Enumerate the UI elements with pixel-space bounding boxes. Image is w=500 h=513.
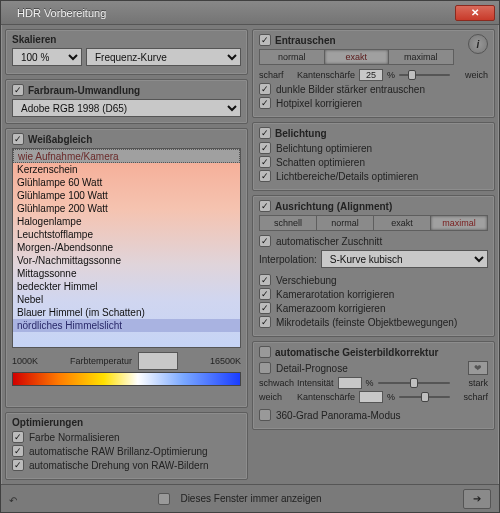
wb-list[interactable]: wie Aufnahme/Kamera Kerzenschein Glühlam… [12, 148, 241, 348]
detail-prognose-checkbox[interactable] [259, 362, 271, 374]
right-column: i Entrauschen normal exakt maximal schar… [252, 29, 495, 480]
align-fast-button[interactable]: schnell [259, 215, 317, 231]
edge-sharp-value[interactable]: 25 [359, 69, 383, 81]
align-checkbox[interactable] [259, 200, 271, 212]
exposure-heading: Belichtung [275, 128, 327, 139]
auto-crop-checkbox[interactable] [259, 235, 271, 247]
ghost-checkbox[interactable] [259, 346, 271, 358]
opt-color-norm-checkbox[interactable] [12, 431, 24, 443]
panel-whitebalance: Weißabgleich wie Aufnahme/Kamera Kerzens… [5, 128, 248, 408]
wb-item[interactable]: Vor-/Nachmittagssonne [13, 254, 240, 267]
kelvin-low: 1000K [12, 356, 38, 366]
panel-optimize: Optimierungen Farbe Normalisieren automa… [5, 412, 248, 480]
hdr-prep-dialog: HDR Vorbereitung ✕ Skalieren 100 % Frequ… [0, 0, 500, 513]
align-heading: Ausrichtung (Alignment) [275, 201, 392, 212]
panel-scale: Skalieren 100 % Frequenz-Kurve [5, 29, 248, 75]
exp-shadow-checkbox[interactable] [259, 156, 271, 168]
footer: ↶ Dieses Fenster immer anzeigen ➔ [1, 484, 499, 512]
pano-checkbox[interactable] [259, 409, 271, 421]
opt-raw-rotate-checkbox[interactable] [12, 459, 24, 471]
undo-icon: ↶ [9, 495, 17, 506]
left-column: Skalieren 100 % Frequenz-Kurve Farbraum-… [5, 29, 248, 480]
denoise-normal-button[interactable]: normal [259, 49, 325, 65]
undo-button[interactable]: ↶ [9, 490, 17, 508]
heart-icon: ❤ [474, 363, 482, 373]
align-rotation-checkbox[interactable] [259, 288, 271, 300]
align-normal-button[interactable]: normal [317, 215, 374, 231]
align-shift-checkbox[interactable] [259, 274, 271, 286]
denoise-dark-checkbox[interactable] [259, 83, 271, 95]
scale-dropdown[interactable]: 100 % [12, 48, 82, 66]
always-show-checkbox[interactable] [158, 493, 170, 505]
denoise-exact-button[interactable]: exakt [325, 49, 390, 65]
scale-heading: Skalieren [12, 34, 56, 45]
wb-item[interactable]: Glühlampe 200 Watt [13, 202, 240, 215]
detail-preview-button[interactable]: ❤ [468, 361, 488, 375]
panel-colorspace: Farbraum-Umwandlung Adobe RGB 1998 (D65) [5, 79, 248, 124]
denoise-checkbox[interactable] [259, 34, 271, 46]
content: Skalieren 100 % Frequenz-Kurve Farbraum-… [1, 25, 499, 484]
wb-item[interactable]: wie Aufnahme/Kamera [13, 149, 240, 163]
align-zoom-checkbox[interactable] [259, 302, 271, 314]
close-icon: ✕ [471, 7, 479, 18]
ghost-intensity-value[interactable] [338, 377, 362, 389]
align-exact-button[interactable]: exakt [374, 215, 431, 231]
wb-item[interactable]: Kerzenschein [13, 163, 240, 176]
panel-exposure: Belichtung Belichtung optimieren Schatte… [252, 122, 495, 191]
temp-label: Farbtemperatur [70, 356, 132, 366]
wb-heading: Weißabgleich [28, 134, 92, 145]
exposure-checkbox[interactable] [259, 127, 271, 139]
panel-ghost: automatische Geisterbildkorrektur Detail… [252, 341, 495, 430]
wb-item[interactable]: Nebel [13, 293, 240, 306]
opt-heading: Optimierungen [12, 417, 83, 428]
always-show-label: Dieses Fenster immer anzeigen [180, 493, 321, 504]
align-micro-checkbox[interactable] [259, 316, 271, 328]
wb-item[interactable]: Halogenlampe [13, 215, 240, 228]
ghost-heading: automatische Geisterbildkorrektur [275, 347, 438, 358]
wb-item[interactable]: Mittagssonne [13, 267, 240, 280]
slider-thumb[interactable] [410, 378, 418, 388]
proceed-button[interactable]: ➔ [463, 489, 491, 509]
ghost-intensity-slider[interactable] [378, 382, 450, 384]
ghost-edge-value[interactable] [359, 391, 383, 403]
kelvin-high: 16500K [210, 356, 241, 366]
exp-opt-checkbox[interactable] [259, 142, 271, 154]
close-button[interactable]: ✕ [455, 5, 495, 21]
denoise-max-button[interactable]: maximal [389, 49, 454, 65]
opt-raw-brilliance-checkbox[interactable] [12, 445, 24, 457]
slider-thumb[interactable] [408, 70, 416, 80]
wb-item[interactable]: Leuchtstofflampe [13, 228, 240, 241]
wb-item[interactable]: bedeckter Himmel [13, 280, 240, 293]
panel-denoise: i Entrauschen normal exakt maximal schar… [252, 29, 495, 118]
wb-checkbox[interactable] [12, 133, 24, 145]
temp-input[interactable] [138, 352, 178, 370]
wb-item[interactable]: Morgen-/Abendsonne [13, 241, 240, 254]
interp-dropdown[interactable]: S-Kurve kubisch [321, 250, 488, 268]
colorspace-heading: Farbraum-Umwandlung [28, 85, 140, 96]
help-icon: i [477, 39, 480, 50]
edge-sharp-slider[interactable] [399, 74, 450, 76]
titlebar[interactable]: HDR Vorbereitung ✕ [1, 1, 499, 25]
denoise-heading: Entrauschen [275, 35, 336, 46]
wb-item[interactable]: Blauer Himmel (im Schatten) [13, 306, 240, 319]
denoise-hotpixel-checkbox[interactable] [259, 97, 271, 109]
align-max-button[interactable]: maximal [431, 215, 488, 231]
ghost-edge-slider[interactable] [399, 396, 450, 398]
arrow-right-icon: ➔ [473, 493, 481, 504]
panel-alignment: Ausrichtung (Alignment) schnell normal e… [252, 195, 495, 337]
colorspace-checkbox[interactable] [12, 84, 24, 96]
colorspace-dropdown[interactable]: Adobe RGB 1998 (D65) [12, 99, 241, 117]
wb-item[interactable]: nördliches Himmelslicht [13, 319, 240, 332]
wb-item[interactable]: Glühlampe 60 Watt [13, 176, 240, 189]
slider-thumb[interactable] [421, 392, 429, 402]
temp-gradient[interactable] [12, 372, 241, 386]
curve-dropdown[interactable]: Frequenz-Kurve [86, 48, 241, 66]
window-title: HDR Vorbereitung [17, 7, 455, 19]
help-button[interactable]: i [468, 34, 488, 54]
wb-item[interactable]: Glühlampe 100 Watt [13, 189, 240, 202]
exp-highlight-checkbox[interactable] [259, 170, 271, 182]
